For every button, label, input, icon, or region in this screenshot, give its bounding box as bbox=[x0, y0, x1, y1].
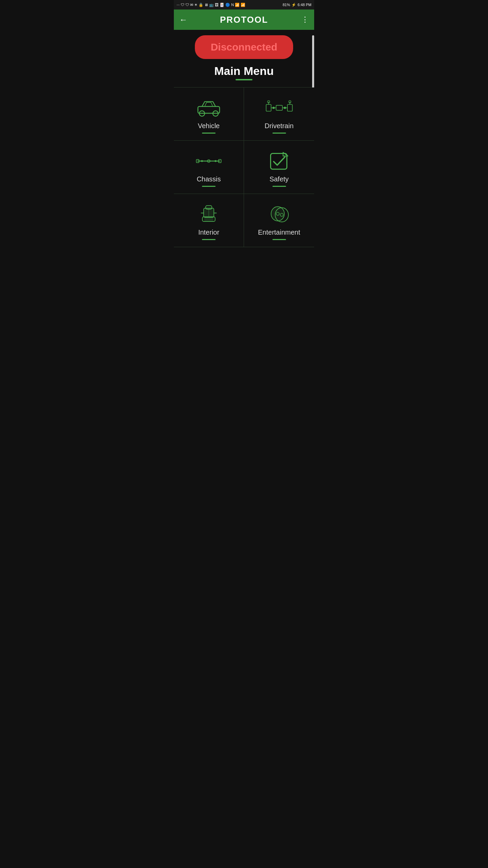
title-divider bbox=[236, 79, 252, 80]
disconnected-banner[interactable]: Disconnected bbox=[195, 35, 293, 59]
interior-label: Interior bbox=[198, 229, 219, 236]
chassis-icon bbox=[195, 151, 222, 171]
bluetooth-icon: 🔵 bbox=[225, 3, 230, 7]
menu-item-safety[interactable]: Safety bbox=[244, 141, 314, 194]
shield2-icon: 🛡 bbox=[185, 3, 189, 7]
battery-level: 81% bbox=[283, 3, 290, 7]
status-right: 81% ⚡ 6:48 PM bbox=[283, 3, 311, 7]
car-icon bbox=[195, 98, 222, 118]
app-title: PROTOOL bbox=[220, 15, 268, 25]
charging-icon: ⚡ bbox=[291, 3, 296, 7]
svg-rect-0 bbox=[198, 106, 220, 113]
menu-item-drivetrain[interactable]: Drivetrain bbox=[244, 87, 314, 141]
svg-rect-25 bbox=[206, 206, 212, 210]
interior-underline bbox=[202, 239, 216, 240]
svg-rect-5 bbox=[266, 104, 271, 111]
interior-icon bbox=[195, 204, 222, 224]
main-content: Disconnected Main Menu bbox=[174, 35, 314, 247]
svg-point-11 bbox=[284, 107, 286, 108]
svg-rect-6 bbox=[287, 104, 292, 111]
signal-icon: 📶 bbox=[241, 3, 245, 7]
drivetrain-label: Drivetrain bbox=[265, 122, 294, 130]
menu-grid: Vehicle bbox=[174, 87, 314, 247]
shield-icon: 🛡 bbox=[181, 3, 184, 7]
svg-point-21 bbox=[215, 160, 216, 162]
svg-rect-7 bbox=[276, 105, 282, 111]
more-options-button[interactable]: ⋮ bbox=[301, 15, 309, 24]
menu-item-interior[interactable]: Interior bbox=[174, 194, 244, 247]
entertainment-label: Entertainment bbox=[258, 229, 300, 236]
page-title: Main Menu bbox=[174, 64, 314, 78]
svg-rect-30 bbox=[204, 209, 214, 217]
vehicle-underline bbox=[202, 133, 216, 134]
mail-icon: ✉ bbox=[190, 3, 193, 7]
notification-dots: ··· bbox=[177, 3, 180, 7]
vehicle-label: Vehicle bbox=[198, 122, 220, 130]
chassis-label: Chassis bbox=[197, 175, 221, 183]
safety-underline bbox=[272, 186, 286, 187]
image-icon: 🖼 bbox=[215, 3, 219, 7]
drivetrain-icon bbox=[266, 98, 293, 118]
svg-point-10 bbox=[272, 107, 274, 108]
wifi-icon: 📶 bbox=[235, 3, 240, 7]
disconnected-status: Disconnected bbox=[211, 41, 278, 53]
nfc-icon: N bbox=[231, 3, 234, 7]
menu-item-vehicle[interactable]: Vehicle bbox=[174, 87, 244, 141]
menu-item-entertainment[interactable]: Entertainment bbox=[244, 194, 314, 247]
entertainment-underline bbox=[272, 239, 286, 240]
monitor-icon: 🖥 bbox=[204, 3, 208, 7]
app-header: ← PROTOOL ⋮ bbox=[174, 9, 314, 30]
svg-rect-29 bbox=[204, 217, 214, 221]
brightness-icon: ☀ bbox=[194, 3, 198, 7]
safety-label: Safety bbox=[269, 175, 289, 183]
card-icon: 🃏 bbox=[220, 3, 224, 7]
safety-icon bbox=[266, 151, 293, 171]
clock: 6:48 PM bbox=[298, 3, 311, 7]
back-button[interactable]: ← bbox=[179, 15, 187, 24]
svg-point-35 bbox=[271, 207, 284, 220]
status-left: ··· 🛡 🛡 ✉ ☀ 🔒 🖥 📺 🖼 🃏 🔵 N 📶 📶 bbox=[177, 3, 245, 7]
chassis-underline bbox=[202, 186, 216, 187]
drivetrain-underline bbox=[272, 133, 286, 134]
status-bar: ··· 🛡 🛡 ✉ ☀ 🔒 🖥 📺 🖼 🃏 🔵 N 📶 📶 81% ⚡ 6:48… bbox=[174, 0, 314, 9]
lock-icon: 🔒 bbox=[199, 3, 203, 7]
svg-point-20 bbox=[201, 160, 203, 162]
entertainment-icon bbox=[266, 204, 293, 224]
display-icon: 📺 bbox=[209, 3, 214, 7]
menu-item-chassis[interactable]: Chassis bbox=[174, 141, 244, 194]
